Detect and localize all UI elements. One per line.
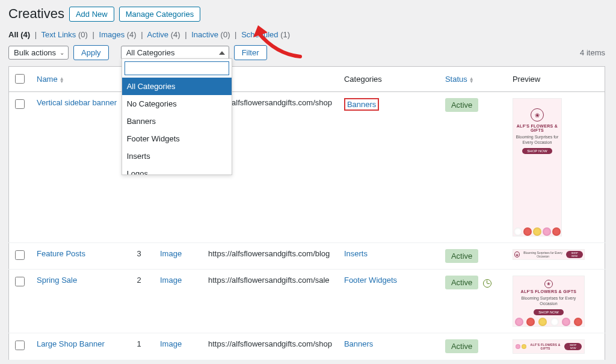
row-checkbox[interactable] xyxy=(15,99,25,109)
filter-images[interactable]: Images xyxy=(99,30,125,39)
manage-categories-button[interactable]: Manage Categories xyxy=(119,7,200,22)
chevron-down-icon: ⌄ xyxy=(60,49,64,56)
annotation-highlight: Banners xyxy=(344,98,379,111)
dropdown-option[interactable]: Inserts xyxy=(122,147,232,165)
preview-thumbnail: ALF'S FLOWERS & GIFTS SHOP NOW xyxy=(513,339,585,354)
triangle-up-icon xyxy=(219,51,225,55)
categories-select[interactable]: All Categories All Categories No Categor… xyxy=(121,46,229,60)
status-badge: Active xyxy=(445,339,478,353)
view-filters: All (4) | Text Links (0) | Images (4) | … xyxy=(8,30,605,39)
row-checkbox[interactable] xyxy=(15,250,25,260)
row-checkbox[interactable] xyxy=(15,341,25,350)
id-cell: 1 xyxy=(124,333,154,360)
logo-icon: ❀ xyxy=(531,108,544,122)
sort-icon: ▲▼ xyxy=(60,77,64,83)
filter-button[interactable]: Filter xyxy=(234,45,267,60)
filter-scheduled[interactable]: Scheduled xyxy=(241,30,278,39)
column-preview: Preview xyxy=(507,67,605,92)
clock-icon xyxy=(483,279,491,288)
select-all-checkbox[interactable] xyxy=(15,74,25,84)
filter-active[interactable]: Active xyxy=(147,30,168,39)
status-badge: Active xyxy=(445,98,478,112)
dropdown-option[interactable]: Logos xyxy=(122,165,232,174)
table-row: Spring Sale 2 Image https://alfsflowersa… xyxy=(9,270,605,333)
table-row: Vertical sidebar banner https://alfsflow… xyxy=(9,92,605,243)
filter-inactive[interactable]: Inactive xyxy=(191,30,218,39)
creative-name-link[interactable]: Spring Sale xyxy=(37,276,77,285)
type-link[interactable]: Image xyxy=(160,249,182,258)
table-row: Large Shop Banner 1 Image https://alfsfl… xyxy=(9,333,605,360)
status-badge: Active xyxy=(445,276,478,289)
page-title: Creatives xyxy=(8,6,64,22)
dropdown-option[interactable]: Footer Widgets xyxy=(122,130,232,147)
column-categories: Categories xyxy=(338,67,439,92)
sort-icon: ▲▼ xyxy=(469,77,474,83)
filter-text-links[interactable]: Text Links xyxy=(42,30,76,39)
category-link[interactable]: Banners xyxy=(344,339,373,348)
dropdown-option[interactable]: Banners xyxy=(122,113,232,130)
type-link[interactable]: Image xyxy=(160,339,182,348)
column-name[interactable]: Name xyxy=(37,75,58,84)
categories-search-input[interactable] xyxy=(125,61,229,75)
bulk-actions-select[interactable]: Bulk actions⌄ xyxy=(8,46,69,60)
table-row: Feature Posts 3 Image https://alfsflower… xyxy=(9,243,605,270)
id-cell: 2 xyxy=(124,270,154,333)
apply-button[interactable]: Apply xyxy=(73,45,109,60)
creative-name-link[interactable]: Feature Posts xyxy=(37,249,85,258)
column-status[interactable]: Status xyxy=(445,75,467,84)
preview-thumbnail: ❀ Blooming Surprises for Every Occasion … xyxy=(513,249,585,260)
categories-dropdown: All Categories No Categories Banners Foo… xyxy=(122,58,232,175)
logo-icon: ❀ xyxy=(544,280,553,288)
status-badge: Active xyxy=(445,249,478,263)
category-link[interactable]: Footer Widgets xyxy=(344,276,397,285)
url-cell: https://alfsflowersandgifts.com/sale xyxy=(202,270,338,333)
creative-name-link[interactable]: Large Shop Banner xyxy=(37,339,105,348)
id-cell: 3 xyxy=(124,243,154,270)
add-new-button[interactable]: Add New xyxy=(69,7,114,22)
row-checkbox[interactable] xyxy=(15,277,25,286)
filter-all[interactable]: All (4) xyxy=(8,30,30,39)
type-link[interactable]: Image xyxy=(160,276,182,285)
preview-thumbnail: ❀ ALF'S FLOWERS & GIFTS Blooming Surpris… xyxy=(513,98,562,236)
dropdown-option[interactable]: No Categories xyxy=(122,95,232,113)
category-link[interactable]: Banners xyxy=(347,100,376,109)
category-link[interactable]: Inserts xyxy=(344,249,368,258)
preview-thumbnail: ❀ ALF'S FLOWERS & GIFTS Blooming Surpris… xyxy=(513,276,585,327)
items-count: 4 items xyxy=(580,48,605,57)
creative-name-link[interactable]: Vertical sidebar banner xyxy=(37,98,117,107)
url-cell: https://alfsflowersandgifts.com/blog xyxy=(202,243,338,270)
dropdown-option[interactable]: All Categories xyxy=(122,78,232,95)
url-cell: https://alfsflowersandgifts.com/shop xyxy=(202,333,338,360)
